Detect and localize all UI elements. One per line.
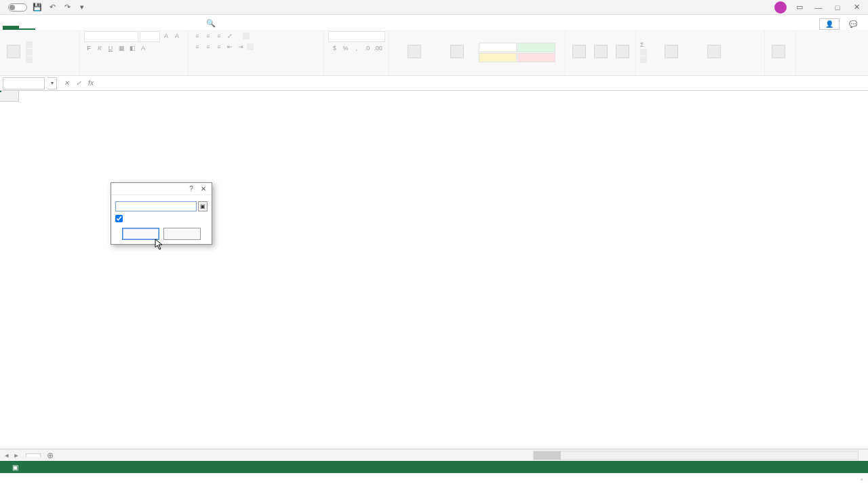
fill-color-icon[interactable]: ◧	[127, 43, 137, 53]
cut-button[interactable]	[26, 41, 35, 48]
font-size-input[interactable]	[140, 31, 160, 42]
search-box[interactable]: 🔍	[198, 17, 226, 30]
align-bot-icon[interactable]: ≡	[214, 31, 224, 41]
inc-dec-icon[interactable]: .0	[363, 43, 372, 53]
border-icon[interactable]: ▦	[117, 43, 126, 53]
paste-button[interactable]	[4, 43, 23, 61]
percent-icon[interactable]: %	[341, 43, 351, 53]
qat-customize-icon[interactable]: ▾	[77, 3, 87, 12]
redo-icon[interactable]: ↷	[62, 3, 72, 12]
orientation-icon[interactable]: ⤢	[225, 31, 235, 41]
align-right-icon[interactable]: ≡	[214, 42, 224, 52]
title-bar: 💾 ↶ ↷ ▾ ▭ — □ ✕	[0, 0, 868, 15]
spreadsheet-grid[interactable]: ? ✕ ▣	[0, 91, 868, 449]
style-standard[interactable]	[479, 43, 517, 52]
close-icon[interactable]: ✕	[850, 1, 863, 14]
italic-icon[interactable]: K	[95, 43, 104, 53]
group-font	[84, 73, 184, 74]
maximize-icon[interactable]: □	[831, 1, 844, 14]
group-edit	[640, 73, 760, 74]
name-box-dropdown-icon[interactable]: ▾	[47, 77, 57, 89]
headers-checkbox-input[interactable]	[115, 215, 123, 222]
find-select-button[interactable]	[694, 43, 734, 61]
toggle-switch-icon[interactable]	[8, 3, 27, 12]
group-number	[328, 73, 384, 74]
fx-icon[interactable]: fx	[85, 78, 96, 89]
name-box[interactable]	[3, 77, 45, 89]
user-avatar[interactable]	[774, 1, 787, 14]
ideas-button[interactable]	[769, 43, 788, 61]
increase-font-icon[interactable]: A	[161, 31, 171, 41]
wrap-icon	[243, 33, 250, 39]
merge-icon	[247, 43, 254, 50]
format-cells-button[interactable]	[613, 43, 632, 61]
clear-button[interactable]	[640, 56, 649, 63]
comments-button[interactable]: 💬	[844, 19, 863, 29]
macro-record-icon[interactable]: ▣	[12, 464, 18, 471]
collapse-ribbon-icon[interactable]: ˄	[860, 478, 864, 487]
align-left-icon[interactable]: ≡	[193, 42, 202, 52]
sheet-nav-prev-icon[interactable]: ◄	[3, 451, 11, 460]
paste-icon	[7, 45, 20, 58]
ok-button[interactable]	[122, 228, 159, 240]
cond-format-icon	[408, 45, 421, 58]
sheet-nav-next-icon[interactable]: ►	[12, 451, 20, 460]
insert-cells-button[interactable]	[570, 43, 589, 61]
style-neutral[interactable]	[479, 53, 517, 62]
range-picker-icon[interactable]: ▣	[198, 201, 208, 211]
save-icon[interactable]: 💾	[33, 3, 42, 12]
underline-icon[interactable]: U	[106, 43, 115, 53]
minimize-icon[interactable]: —	[812, 1, 825, 14]
wrap-button[interactable]	[243, 31, 252, 41]
autosave-toggle[interactable]	[5, 3, 27, 12]
number-format-select[interactable]	[328, 31, 385, 42]
dialog-help-icon[interactable]: ?	[186, 184, 197, 194]
fill-button[interactable]	[640, 49, 649, 56]
tab-start[interactable]	[19, 24, 35, 30]
decrease-font-icon[interactable]: A	[172, 31, 182, 41]
font-name-input[interactable]	[84, 31, 138, 42]
ideas-icon	[772, 45, 785, 58]
group-cells	[570, 73, 631, 74]
share-button[interactable]: 👤	[819, 18, 840, 30]
indent-dec-icon[interactable]: ⇤	[225, 42, 235, 52]
horizontal-scrollbar[interactable]	[533, 451, 859, 460]
sheet-tab[interactable]	[26, 453, 41, 457]
accept-formula-icon[interactable]: ✓	[73, 78, 84, 89]
align-top-icon[interactable]: ≡	[193, 31, 202, 41]
scrollbar-thumb[interactable]	[534, 451, 561, 460]
headers-checkbox[interactable]	[115, 215, 208, 222]
font-color-icon[interactable]: A	[138, 43, 148, 53]
dec-dec-icon[interactable]: .00	[374, 43, 383, 53]
add-sheet-icon[interactable]: ⊕	[45, 450, 56, 461]
style-schlecht[interactable]	[517, 53, 555, 62]
range-input[interactable]	[115, 201, 197, 211]
as-table-button[interactable]	[438, 43, 476, 61]
currency-icon[interactable]: $	[330, 43, 340, 53]
align-center-icon[interactable]: ≡	[203, 42, 213, 52]
sheet-tab-bar: ◄ ► ⊕	[0, 449, 868, 461]
ribbon-options-icon[interactable]: ▭	[793, 1, 806, 14]
copy-icon	[26, 49, 33, 56]
group-align	[193, 73, 319, 74]
dialog-close-icon[interactable]: ✕	[198, 184, 209, 194]
delete-cells-button[interactable]	[591, 43, 610, 61]
bold-icon[interactable]: F	[84, 43, 94, 53]
cancel-button[interactable]	[163, 228, 201, 240]
merge-button[interactable]	[247, 42, 256, 52]
comment-icon: 💬	[849, 20, 857, 28]
indent-inc-icon[interactable]: ⇥	[236, 42, 245, 52]
autosum-button[interactable]: Σ	[640, 41, 649, 48]
undo-icon[interactable]: ↶	[47, 3, 57, 12]
comma-icon[interactable]: ,	[352, 43, 361, 53]
align-mid-icon[interactable]: ≡	[203, 31, 213, 41]
formula-input[interactable]	[96, 77, 868, 89]
select-all-corner[interactable]	[0, 91, 19, 102]
format-painter-button[interactable]	[26, 56, 35, 63]
sort-filter-button[interactable]	[652, 43, 691, 61]
cut-icon	[26, 41, 33, 48]
copy-button[interactable]	[26, 49, 35, 56]
style-gut[interactable]	[517, 43, 555, 52]
cancel-formula-icon[interactable]: ✕	[61, 78, 72, 89]
cond-format-button[interactable]	[393, 43, 435, 61]
